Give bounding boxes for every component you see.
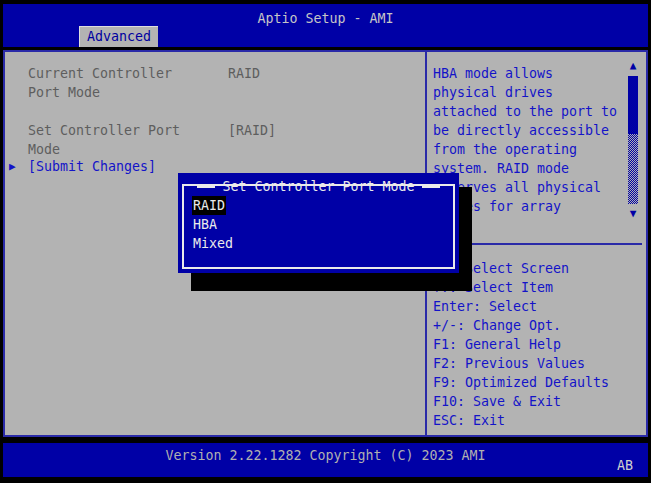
selection-pointer-icon: ▶ xyxy=(9,157,16,176)
key-hint-f2: F2: Previous Values xyxy=(433,354,585,373)
bios-setup-screen: Aptio Setup - AMI Advanced Current Contr… xyxy=(0,0,651,483)
help-scrollbar[interactable]: ▲ ▼ xyxy=(627,60,639,220)
key-hint-enter: Enter: Select xyxy=(433,297,537,316)
help-text-line: physical drives xyxy=(433,83,553,102)
scroll-up-icon[interactable]: ▲ xyxy=(627,60,639,72)
help-text-line: be directly accessible xyxy=(433,121,609,140)
submit-changes-item[interactable]: [Submit Changes] xyxy=(28,157,156,176)
dialog-option-mixed[interactable]: Mixed xyxy=(193,234,233,253)
key-hint-f1: F1: General Help xyxy=(433,335,561,354)
key-hint-f9: F9: Optimized Defaults xyxy=(433,373,609,392)
dialog-title: Set Controller Port Mode xyxy=(178,177,459,196)
scroll-down-icon[interactable]: ▼ xyxy=(627,208,639,220)
header-bar: Aptio Setup - AMI Advanced xyxy=(3,4,648,47)
current-controller-port-mode-value: RAID xyxy=(228,64,260,83)
help-text-line: from the operating xyxy=(433,140,577,159)
help-text-line: attached to the port to xyxy=(433,102,617,121)
version-text: Version 2.22.1282 Copyright (C) 2023 AMI xyxy=(3,446,648,465)
scrollbar-thumb[interactable] xyxy=(628,76,638,134)
set-controller-port-mode-label: Set Controller Port Mode xyxy=(28,121,180,159)
bios-badge: AB xyxy=(617,456,633,475)
dialog-option-hba[interactable]: HBA xyxy=(193,215,217,234)
dialog-option-raid[interactable]: RAID xyxy=(192,196,226,215)
tab-advanced[interactable]: Advanced xyxy=(79,26,158,47)
set-controller-port-mode-dialog: Set Controller Port Mode RAID HBA Mixed xyxy=(178,173,459,273)
current-controller-port-mode-label: Current Controller Port Mode xyxy=(28,64,172,102)
footer-bar: Version 2.22.1282 Copyright (C) 2023 AMI… xyxy=(3,443,648,477)
scrollbar-track[interactable] xyxy=(628,134,638,204)
key-hint-esc: ESC: Exit xyxy=(433,411,505,430)
set-controller-port-mode-value[interactable]: [RAID] xyxy=(228,121,276,140)
key-hint-f10: F10: Save & Exit xyxy=(433,392,561,411)
help-text-line: HBA mode allows xyxy=(433,64,553,83)
key-hint-change-opt: +/-: Change Opt. xyxy=(433,316,561,335)
